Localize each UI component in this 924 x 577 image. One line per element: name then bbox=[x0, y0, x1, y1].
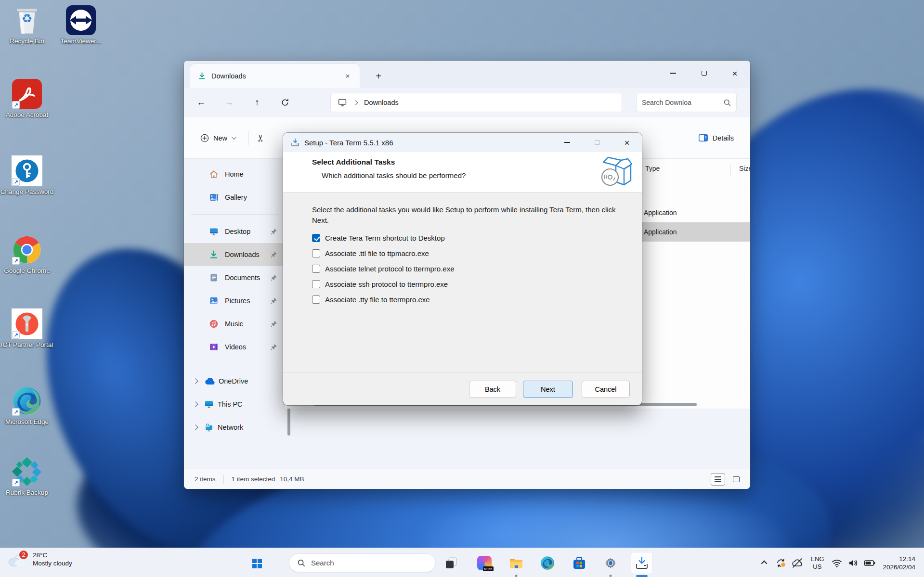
task-associate-tty[interactable]: Associate .tty file to ttermpro.exe bbox=[312, 295, 454, 304]
checkbox[interactable] bbox=[312, 234, 320, 242]
tray-chevron-up-icon[interactable] bbox=[756, 553, 773, 573]
column-header-type[interactable]: Type bbox=[645, 165, 660, 172]
network-icon bbox=[204, 423, 214, 432]
wifi-icon[interactable] bbox=[829, 553, 845, 573]
dialog-close-button[interactable]: × bbox=[612, 133, 642, 152]
sidebar-item-label: Music bbox=[225, 320, 243, 328]
cancel-button[interactable]: Cancel bbox=[582, 381, 630, 398]
column-divider[interactable] bbox=[730, 164, 731, 176]
sidebar-item-documents[interactable]: Documents bbox=[184, 266, 285, 289]
desktop-icon-recycle-bin[interactable]: ♻ Recycle Bin bbox=[0, 5, 54, 46]
weather-temperature: 28°C bbox=[33, 551, 72, 559]
microsoft-store-button[interactable] bbox=[568, 552, 590, 574]
desktop-icon-adobe-acrobat[interactable]: ↗ Adobe Acrobat bbox=[0, 78, 54, 119]
breadcrumb-location: Downloads bbox=[364, 99, 399, 106]
task-label: Associate telnet protocol to ttermpro.ex… bbox=[325, 265, 454, 273]
window-close-button[interactable]: × bbox=[719, 61, 750, 86]
settings-button[interactable] bbox=[599, 552, 622, 574]
weather-widget[interactable]: 2 28°C Mostly cloudy bbox=[8, 551, 72, 567]
up-icon[interactable]: ↑ bbox=[247, 94, 268, 111]
checkbox[interactable] bbox=[312, 249, 320, 257]
checkbox[interactable] bbox=[312, 280, 320, 288]
tab-downloads[interactable]: Downloads × bbox=[190, 64, 360, 88]
sidebar-item-onedrive[interactable]: OneDrive bbox=[184, 370, 285, 393]
scrollbar-thumb-vertical[interactable] bbox=[287, 408, 290, 436]
recycle-bin-icon: ♻ bbox=[12, 5, 42, 36]
desktop-icon-ict-partner-portal[interactable]: ↗ ICT Partner Portal bbox=[0, 308, 54, 349]
task-view-button[interactable] bbox=[440, 552, 462, 574]
language-indicator[interactable]: ENG US bbox=[810, 555, 824, 571]
forward-icon[interactable]: → bbox=[219, 94, 240, 111]
selection-count: 1 item selected bbox=[232, 475, 275, 483]
google-chrome-icon: ↗ bbox=[12, 234, 42, 265]
task-associate-ttl[interactable]: Associate .ttl file to ttpmacro.exe bbox=[312, 249, 454, 257]
sidebar-item-gallery[interactable]: Gallery bbox=[184, 186, 285, 209]
column-header-size[interactable]: Size bbox=[739, 165, 750, 172]
sidebar-item-pictures[interactable]: Pictures bbox=[184, 289, 285, 312]
next-button[interactable]: Next bbox=[523, 381, 573, 398]
tab-close-icon[interactable]: × bbox=[341, 70, 354, 82]
start-button[interactable] bbox=[247, 554, 267, 573]
back-icon[interactable]: ← bbox=[191, 94, 212, 111]
battery-icon[interactable] bbox=[861, 553, 878, 573]
chevron-expand-icon[interactable] bbox=[193, 378, 198, 384]
volume-icon[interactable] bbox=[845, 553, 861, 573]
cloud-offline-icon[interactable] bbox=[789, 553, 806, 573]
desktop-icon-google-chrome[interactable]: ↗ Google Chrome bbox=[0, 234, 54, 275]
sync-status-icon[interactable] bbox=[773, 553, 789, 573]
chevron-expand-icon[interactable] bbox=[193, 401, 198, 407]
sidebar-item-downloads[interactable]: Downloads bbox=[184, 243, 285, 266]
sidebar-item-music[interactable]: Music bbox=[184, 312, 285, 335]
new-tab-button[interactable]: + bbox=[371, 68, 386, 84]
dialog-title-bar[interactable]: Setup - Tera Term 5.5.1 x86 × bbox=[283, 133, 642, 152]
sidebar-item-videos[interactable]: Videos bbox=[184, 335, 285, 359]
task-associate-ssh[interactable]: Associate ssh protocol to ttermpro.exe bbox=[312, 280, 454, 288]
desktop-icon-label: Google Chrome bbox=[4, 267, 50, 275]
sidebar-item-label: Desktop bbox=[225, 228, 250, 235]
new-button[interactable]: New bbox=[195, 130, 241, 146]
desktop-icon-teamviewer[interactable]: TeamViewer... bbox=[54, 5, 108, 46]
documents-icon bbox=[209, 273, 219, 282]
sidebar-item-desktop[interactable]: Desktop bbox=[184, 220, 285, 243]
sidebar-item-home[interactable]: Home bbox=[184, 163, 285, 186]
tab-strip: Downloads × + × bbox=[184, 61, 750, 88]
dialog-maximize-button[interactable] bbox=[582, 133, 612, 152]
window-maximize-button[interactable] bbox=[689, 61, 719, 86]
back-button[interactable]: Back bbox=[469, 381, 516, 398]
microsoft-edge-icon bbox=[540, 556, 555, 570]
details-pane-icon bbox=[699, 134, 708, 141]
sidebar-item-label: OneDrive bbox=[219, 377, 248, 385]
active-window-indicator bbox=[636, 575, 648, 577]
clock[interactable]: 12:14 2026/02/04 bbox=[883, 555, 915, 571]
sidebar-item-this-pc[interactable]: This PC bbox=[184, 393, 285, 416]
gallery-icon bbox=[209, 192, 219, 202]
details-view-button[interactable] bbox=[711, 473, 725, 486]
chevron-expand-icon[interactable] bbox=[193, 424, 198, 430]
window-minimize-button[interactable] bbox=[658, 61, 689, 86]
breadcrumb[interactable]: Downloads bbox=[330, 93, 622, 112]
search-input[interactable]: Search Downloa bbox=[637, 93, 737, 112]
taskbar-search[interactable]: Search bbox=[289, 553, 436, 572]
cut-icon[interactable]: ✂ bbox=[255, 134, 266, 142]
status-bar: 2 items 1 item selected 10,4 MB bbox=[184, 469, 750, 489]
setup-installer-button[interactable] bbox=[631, 552, 653, 574]
details-pane-button[interactable]: Details bbox=[699, 134, 734, 142]
toolbar-divider bbox=[248, 131, 249, 145]
refresh-icon[interactable] bbox=[274, 94, 296, 111]
checkbox[interactable] bbox=[312, 295, 320, 304]
copilot-m365-button[interactable]: M365 bbox=[473, 552, 495, 574]
desktop-icon-microsoft-edge[interactable]: ↗ Microsoft Edge bbox=[0, 385, 54, 426]
desktop-icon-rubrik-backup[interactable]: ↗ Rubrik Backup bbox=[0, 456, 54, 497]
task-associate-telnet[interactable]: Associate telnet protocol to ttermpro.ex… bbox=[312, 264, 454, 273]
file-explorer-button[interactable] bbox=[505, 552, 527, 574]
checkbox[interactable] bbox=[312, 265, 320, 273]
desktop-icon-change-password[interactable]: ↗ Change Password bbox=[0, 155, 54, 196]
microsoft-edge-icon: ↗ bbox=[12, 385, 42, 416]
item-count: 2 items bbox=[195, 475, 216, 483]
sidebar-item-network[interactable]: Network bbox=[184, 416, 285, 439]
dialog-minimize-button[interactable] bbox=[552, 133, 582, 152]
running-indicator bbox=[610, 575, 612, 577]
edge-button[interactable] bbox=[536, 552, 559, 574]
task-create-desktop-shortcut[interactable]: Create Tera Term shortcut to Desktop bbox=[312, 233, 454, 242]
large-icons-view-button[interactable] bbox=[729, 473, 743, 486]
